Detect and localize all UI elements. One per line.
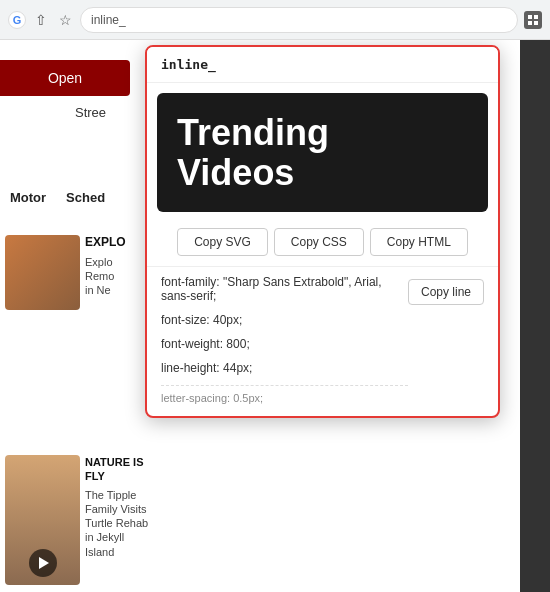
line-height-prop: line-height: 44px; — [161, 361, 408, 375]
play-button[interactable] — [29, 549, 57, 577]
page-background: Open Stree Motor Sched EXPLO ExploRemoin… — [0, 40, 550, 592]
star-icon[interactable]: ☆ — [56, 11, 74, 29]
nav-bar: Motor Sched — [10, 190, 105, 205]
svg-rect-3 — [534, 21, 538, 25]
streaming-label: Stree — [75, 105, 106, 120]
svg-rect-0 — [528, 15, 532, 19]
copy-line-button[interactable]: Copy line — [408, 279, 484, 305]
inline-popup: inline_ Trending Videos Copy SVG Copy CS… — [145, 45, 500, 418]
popup-header: inline_ — [147, 47, 498, 83]
article-2-body: The Tipple Family Visits Turtle Rehab in… — [85, 488, 155, 559]
article-1-thumbnail — [5, 235, 80, 310]
css-properties-section: font-family: "Sharp Sans Extrabold", Ari… — [147, 266, 498, 416]
article-2-title: NATURE IS FLY — [85, 455, 155, 484]
copy-button-row: Copy SVG Copy CSS Copy HTML — [147, 222, 498, 266]
open-button[interactable]: Open — [0, 60, 130, 96]
copy-css-button[interactable]: Copy CSS — [274, 228, 364, 256]
copy-html-button[interactable]: Copy HTML — [370, 228, 468, 256]
letter-spacing-prop: letter-spacing: 0.5px; — [161, 385, 408, 404]
font-family-prop: font-family: "Sharp Sans Extrabold", Ari… — [161, 275, 408, 303]
font-weight-prop: font-weight: 800; — [161, 337, 408, 351]
extension-icon[interactable] — [524, 11, 542, 29]
browser-bar: G ⇧ ☆ inline_ — [0, 0, 550, 40]
svg-rect-1 — [534, 15, 538, 19]
article-2-text: NATURE IS FLY The Tipple Family Visits T… — [85, 455, 155, 559]
share-icon[interactable]: ⇧ — [32, 11, 50, 29]
address-bar[interactable]: inline_ — [80, 7, 518, 33]
css-lines: font-family: "Sharp Sans Extrabold", Ari… — [161, 275, 408, 404]
svg-rect-2 — [528, 21, 532, 25]
nav-item-motor[interactable]: Motor — [10, 190, 46, 205]
nav-item-sched[interactable]: Sched — [66, 190, 105, 205]
preview-text: Trending Videos — [177, 113, 329, 192]
popup-title: inline_ — [161, 57, 216, 72]
dark-right-edge — [520, 40, 550, 592]
preview-area: Trending Videos — [157, 93, 488, 212]
font-size-prop: font-size: 40px; — [161, 313, 408, 327]
address-text: inline_ — [91, 13, 126, 27]
article-2-thumbnail — [5, 455, 80, 585]
copy-svg-button[interactable]: Copy SVG — [177, 228, 268, 256]
google-icon: G — [8, 11, 26, 29]
